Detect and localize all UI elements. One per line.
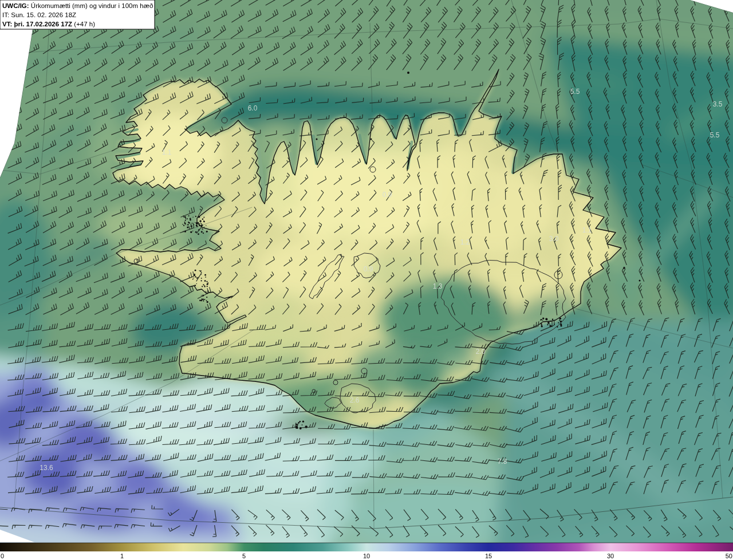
svg-text:7.8: 7.8 bbox=[498, 458, 507, 466]
svg-text:1.1: 1.1 bbox=[162, 148, 172, 156]
svg-text:1.1: 1.1 bbox=[582, 226, 592, 234]
svg-text:0.9: 0.9 bbox=[364, 265, 373, 273]
svg-text:1.3: 1.3 bbox=[433, 282, 443, 290]
svg-text:5.5: 5.5 bbox=[710, 131, 720, 139]
svg-text:UWC/IG: Úrkomumætti (mm) og vi: UWC/IG: Úrkomumætti (mm) og vindur i 100… bbox=[2, 2, 153, 9]
svg-text:3.0: 3.0 bbox=[549, 235, 559, 243]
svg-text:5: 5 bbox=[242, 553, 246, 559]
svg-text:0: 0 bbox=[1, 553, 4, 559]
svg-text:15: 15 bbox=[485, 553, 492, 559]
svg-text:0.9: 0.9 bbox=[383, 191, 392, 199]
svg-text:2.6: 2.6 bbox=[350, 396, 360, 404]
svg-text:50: 50 bbox=[726, 553, 732, 559]
svg-text:VT: þri. 17.02.2026 17Z (+47 h: VT: þri. 17.02.2026 17Z (+47 h) bbox=[2, 21, 95, 27]
svg-text:30: 30 bbox=[607, 553, 614, 559]
svg-text:3.5: 3.5 bbox=[713, 100, 723, 108]
svg-text:1.2: 1.2 bbox=[460, 238, 470, 246]
svg-text:1: 1 bbox=[120, 553, 124, 559]
svg-text:6.0: 6.0 bbox=[248, 104, 258, 112]
svg-text:5.5: 5.5 bbox=[570, 88, 580, 96]
svg-text:10: 10 bbox=[363, 553, 370, 559]
svg-text:13.6: 13.6 bbox=[40, 464, 53, 472]
svg-text:IT: Sun. 15. 02. 2026 18Z: IT: Sun. 15. 02. 2026 18Z bbox=[2, 11, 76, 18]
svg-text:2.0: 2.0 bbox=[476, 348, 486, 356]
